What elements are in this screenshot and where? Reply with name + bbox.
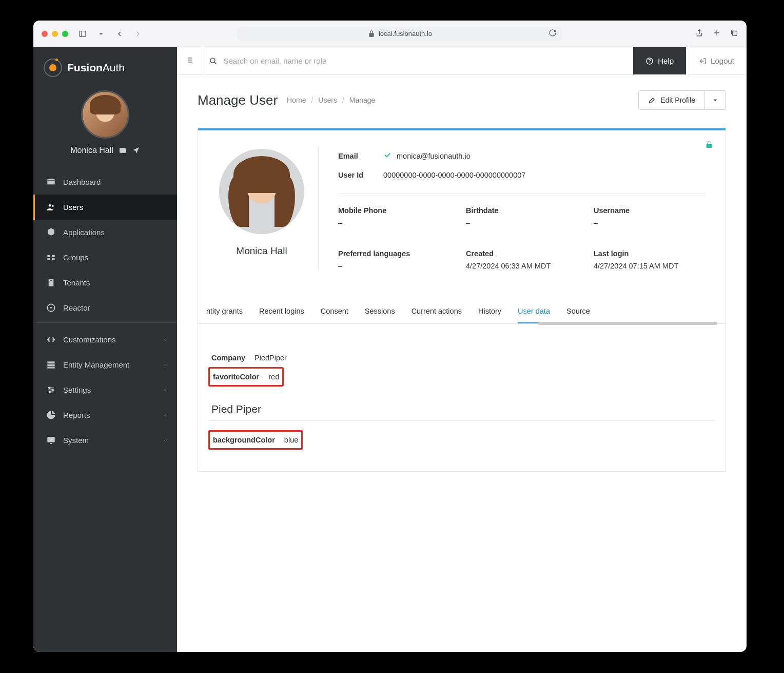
field-value: – bbox=[338, 219, 450, 227]
cube-icon bbox=[46, 227, 56, 237]
data-key: favoriteColor bbox=[213, 373, 259, 381]
tab-current-actions[interactable]: Current actions bbox=[411, 299, 462, 323]
svg-point-19 bbox=[52, 389, 53, 391]
field-label: Preferred languages bbox=[338, 249, 450, 258]
sidebar-item-reports[interactable]: Reports ‹ bbox=[33, 402, 177, 428]
user-display-name: Monica Hall bbox=[236, 245, 287, 257]
tabs-scrollbar[interactable] bbox=[538, 322, 717, 325]
last-login-cell: Last login 4/27/2024 07:15 AM MDT bbox=[594, 249, 706, 270]
tab-user-data[interactable]: User data bbox=[518, 299, 550, 323]
logout-label: Logout bbox=[711, 56, 734, 65]
page-header: Manage User Home / Users / Manage Edit P… bbox=[177, 75, 747, 128]
sidebar-item-customizations[interactable]: Customizations ‹ bbox=[33, 327, 177, 352]
sidebar-item-system[interactable]: System ‹ bbox=[33, 428, 177, 453]
data-key: Company bbox=[211, 354, 245, 362]
overview-left: Monica Hall bbox=[205, 146, 318, 270]
sidebar-item-label: Users bbox=[63, 203, 83, 211]
sidebar-item-label: Reports bbox=[63, 411, 90, 419]
nav-primary: Dashboard Users Applications Groups Tena… bbox=[33, 167, 177, 320]
share-icon[interactable] bbox=[695, 29, 703, 39]
sidebar-item-label: Tenants bbox=[63, 278, 90, 287]
verified-check-icon bbox=[383, 151, 391, 161]
sidebar-item-users[interactable]: Users bbox=[33, 195, 177, 220]
pie-chart-icon bbox=[46, 410, 56, 420]
email-row: Email monica@fusionauth.io bbox=[338, 146, 706, 166]
tab-history[interactable]: History bbox=[478, 299, 501, 323]
tab-recent-logins[interactable]: Recent logins bbox=[259, 299, 304, 323]
close-window-icon[interactable] bbox=[42, 31, 48, 37]
brand-name: FusionAuth bbox=[67, 62, 125, 74]
building-icon bbox=[46, 278, 56, 287]
sidebar-item-settings[interactable]: Settings ‹ bbox=[33, 377, 177, 402]
logout-button[interactable]: Logout bbox=[686, 47, 747, 74]
chevron-left-icon: ‹ bbox=[164, 412, 166, 418]
maximize-window-icon[interactable] bbox=[62, 31, 68, 37]
tabs-icon[interactable] bbox=[730, 29, 738, 39]
svg-rect-8 bbox=[47, 258, 50, 260]
sidebar-item-reactor[interactable]: Reactor bbox=[33, 295, 177, 320]
avatar[interactable] bbox=[81, 90, 129, 139]
field-value: – bbox=[338, 262, 450, 270]
svg-rect-12 bbox=[51, 280, 52, 281]
search-input[interactable] bbox=[223, 56, 626, 65]
tab-sessions[interactable]: Sessions bbox=[365, 299, 395, 323]
svg-rect-0 bbox=[80, 31, 86, 36]
actions-dropdown-button[interactable] bbox=[705, 90, 726, 110]
back-icon[interactable] bbox=[112, 30, 127, 38]
sidebar: FusionAuth Monica Hall Dashboard U bbox=[33, 47, 177, 652]
nav-secondary: Customizations ‹ Entity Management ‹ Set… bbox=[33, 325, 177, 453]
breadcrumb-sep: / bbox=[342, 96, 344, 104]
reload-icon[interactable] bbox=[548, 29, 557, 39]
svg-rect-15 bbox=[47, 361, 54, 363]
svg-rect-16 bbox=[47, 364, 54, 367]
svg-rect-1 bbox=[733, 31, 737, 35]
userid-value: 00000000-0000-0000-0000-000000000007 bbox=[383, 171, 525, 179]
created-cell: Created 4/27/2024 06:33 AM MDT bbox=[466, 249, 578, 270]
svg-point-20 bbox=[49, 391, 51, 393]
svg-rect-9 bbox=[52, 258, 55, 260]
edit-profile-button[interactable]: Edit Profile bbox=[638, 90, 705, 110]
sidebar-item-label: Customizations bbox=[63, 335, 116, 344]
breadcrumb-item[interactable]: Users bbox=[318, 96, 337, 104]
minimize-window-icon[interactable] bbox=[52, 31, 58, 37]
sidebar-profile: Monica Hall bbox=[33, 83, 177, 167]
tab-source[interactable]: Source bbox=[566, 299, 590, 323]
sidebar-toggle-icon[interactable] bbox=[75, 30, 90, 38]
profile-name: Monica Hall bbox=[70, 146, 140, 155]
help-button[interactable]: Help bbox=[633, 47, 686, 74]
sidebar-item-groups[interactable]: Groups bbox=[33, 245, 177, 270]
forward-icon[interactable] bbox=[131, 30, 145, 38]
sidebar-item-label: Dashboard bbox=[63, 178, 101, 186]
languages-cell: Preferred languages – bbox=[338, 249, 450, 270]
location-icon[interactable] bbox=[132, 146, 140, 155]
sidebar-item-applications[interactable]: Applications bbox=[33, 220, 177, 245]
chevron-down-icon[interactable] bbox=[94, 30, 108, 38]
sidebar-item-label: System bbox=[63, 436, 89, 445]
edit-label: Edit Profile bbox=[660, 96, 695, 104]
sidebar-item-entity-management[interactable]: Entity Management ‹ bbox=[33, 352, 177, 377]
sidebar-item-label: Applications bbox=[63, 228, 105, 237]
svg-point-14 bbox=[50, 307, 52, 309]
id-card-icon[interactable] bbox=[119, 146, 127, 155]
users-icon bbox=[46, 202, 56, 212]
data-row-company: Company PiedPiper bbox=[208, 350, 290, 366]
new-tab-icon[interactable] bbox=[713, 29, 721, 39]
mobile-phone-cell: Mobile Phone – bbox=[338, 206, 450, 227]
url-bar[interactable]: local.fusionauth.io bbox=[238, 27, 562, 41]
brand: FusionAuth bbox=[33, 47, 177, 83]
edit-icon bbox=[648, 96, 656, 104]
search-icon bbox=[209, 57, 217, 65]
breadcrumb-item[interactable]: Home bbox=[287, 96, 306, 104]
chevron-left-icon: ‹ bbox=[164, 387, 166, 393]
svg-rect-3 bbox=[47, 179, 54, 184]
sidebar-item-dashboard[interactable]: Dashboard bbox=[33, 169, 177, 195]
collapse-sidebar-icon[interactable] bbox=[177, 56, 202, 66]
user-data-panel: Company PiedPiper favoriteColor red Pied… bbox=[198, 324, 726, 471]
nav-divider bbox=[33, 322, 177, 323]
monitor-icon bbox=[46, 435, 56, 445]
tab-consent[interactable]: Consent bbox=[321, 299, 348, 323]
unlock-icon[interactable] bbox=[705, 141, 713, 151]
svg-rect-10 bbox=[49, 279, 54, 286]
sidebar-item-tenants[interactable]: Tenants bbox=[33, 270, 177, 295]
tab-entity-grants[interactable]: ntity grants bbox=[206, 299, 243, 323]
